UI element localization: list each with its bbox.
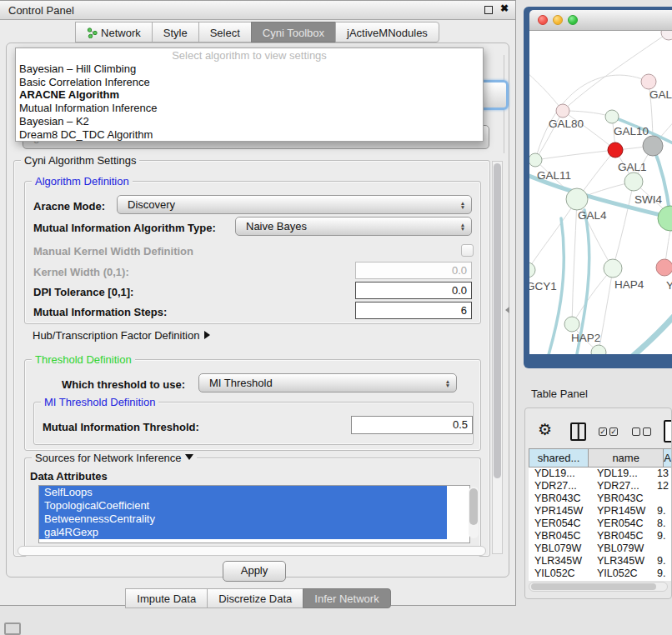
settings-vertical-scrollbar[interactable] — [492, 161, 503, 554]
table-row[interactable]: YDR27... YDR27... 12 — [529, 480, 672, 492]
network-node[interactable] — [604, 259, 622, 278]
float-panel-icon[interactable] — [4, 622, 21, 635]
mi-steps-input[interactable]: 6 — [355, 302, 472, 319]
checked-boxes-icon[interactable]: ✓✓ — [599, 428, 618, 436]
tab[interactable]: Network — [75, 22, 153, 42]
network-view-window: GALGAL80GAL10GAL1GAL11SWI4GAL4GCY1HAP4YH… — [524, 7, 672, 368]
table-column-header[interactable]: shared... — [529, 449, 589, 467]
list-item[interactable]: gal4RGexp — [39, 526, 447, 539]
expander-expanded-icon[interactable] — [185, 454, 193, 460]
network-edge[interactable] — [572, 199, 577, 324]
mi-threshold-legend: MI Threshold Definition — [41, 396, 158, 408]
network-edge-thick[interactable] — [604, 306, 672, 354]
network-node[interactable] — [643, 136, 663, 156]
close-light-icon[interactable] — [538, 15, 548, 25]
mi-steps-label: Mutual Information Steps: — [33, 306, 167, 318]
table-header-row: shared... name A — [529, 448, 672, 468]
network-node[interactable] — [566, 188, 588, 210]
control-panel-tabs: Network Style — [0, 22, 515, 42]
unchecked-boxes-icon[interactable] — [632, 428, 651, 436]
threshold-definition-legend: Threshold Definition — [32, 353, 135, 366]
network-window-titlebar[interactable] — [529, 10, 672, 31]
column-layout-icon[interactable] — [570, 422, 586, 441]
data-attributes-list[interactable]: SelfLoops TopologicalCoefficient Between… — [38, 485, 470, 543]
network-node[interactable] — [564, 317, 579, 332]
aracne-mode-combo[interactable]: Discovery ▲▼ — [117, 195, 472, 214]
dropdown-item[interactable]: Mutual Information Inference — [16, 102, 483, 115]
network-node[interactable] — [605, 110, 619, 123]
dpi-tolerance-input[interactable]: 0.0 — [355, 282, 472, 299]
network-node[interactable] — [556, 104, 569, 118]
table-horizontal-scrollbar[interactable] — [529, 582, 668, 592]
tab[interactable]: Style — [152, 22, 199, 42]
table-row[interactable]: YER054C YER054C 8. — [529, 518, 672, 530]
kernel-width-label: Kernel Width (0,1): — [33, 266, 129, 278]
table-row[interactable]: YLR345W YLR345W 9. — [529, 555, 672, 568]
dropdown-item[interactable]: ARACNE Algorithm — [16, 88, 483, 102]
dropdown-item[interactable]: Bayesian – Hill Climbing — [16, 62, 483, 76]
table-row[interactable]: YBR043C YBR043C — [529, 492, 672, 505]
settings-horizontal-scrollbar[interactable] — [18, 546, 486, 556]
list-item[interactable]: BetweennessCentrality — [39, 512, 447, 526]
which-threshold-combo[interactable]: MI Threshold ▲▼ — [198, 373, 457, 392]
network-node[interactable] — [624, 172, 643, 191]
kernel-width-input[interactable]: 0.0 — [355, 262, 472, 279]
list-vertical-scrollbar[interactable] — [469, 487, 479, 538]
cyni-settings-legend: Cyni Algorithm Settings — [21, 154, 139, 167]
network-edge[interactable] — [572, 268, 613, 324]
zoom-light-icon[interactable] — [568, 15, 578, 25]
dropdown-item[interactable]: Dream8 DC_TDC Algorithm — [16, 128, 483, 142]
gear-icon[interactable]: ⚙ — [538, 422, 552, 438]
table-column-header[interactable]: name — [589, 449, 664, 467]
aracne-mode-value: Discovery — [118, 198, 456, 211]
minimize-light-icon[interactable] — [553, 15, 563, 25]
network-node[interactable] — [529, 153, 542, 167]
mi-threshold-label: Mutual Information Threshold: — [43, 421, 199, 433]
table-column-header[interactable]: A — [664, 449, 672, 467]
network-edge[interactable] — [529, 199, 577, 270]
network-node[interactable] — [658, 206, 672, 231]
dropdown-item[interactable]: Bayesian – K2 — [16, 115, 483, 128]
tab[interactable]: Select — [198, 22, 252, 42]
file-icon[interactable] — [664, 420, 672, 442]
dropdown-item[interactable]: Basic Correlation Inference — [16, 76, 483, 89]
network-node[interactable] — [656, 259, 672, 276]
manual-kernel-checkbox[interactable] — [461, 244, 474, 257]
network-canvas[interactable]: GALGAL80GAL10GAL1GAL11SWI4GAL4GCY1HAP4YH… — [529, 31, 672, 354]
network-node-label: GAL11 — [537, 169, 571, 182]
bottom-tab[interactable]: Infer Network — [303, 588, 390, 608]
split-pane-collapse-handle[interactable] — [505, 307, 509, 313]
network-edge[interactable] — [599, 268, 613, 352]
table-row[interactable]: YIL052C YIL052C 9. — [529, 568, 672, 580]
bottom-tab[interactable]: Discretize Data — [207, 588, 303, 608]
network-icon — [87, 28, 98, 38]
network-edge[interactable] — [613, 182, 634, 268]
network-node-label: GAL80 — [549, 118, 584, 130]
apply-button[interactable]: Apply — [223, 561, 286, 582]
list-item[interactable]: SelfLoops — [39, 486, 447, 499]
list-item[interactable]: TopologicalCoefficient — [39, 499, 447, 512]
table-row[interactable]: YDL19... YDL19... 13 — [529, 468, 672, 480]
tab[interactable]: Cyni Toolbox — [251, 22, 336, 42]
network-node[interactable] — [591, 345, 606, 354]
table-row[interactable]: YBL079W YBL079W — [529, 542, 672, 555]
table-row[interactable]: YPR145W YPR145W 9. — [529, 505, 672, 518]
network-node[interactable] — [608, 142, 623, 158]
mi-threshold-input[interactable]: 0.5 — [351, 416, 473, 434]
hub-factor-expander[interactable]: Hub/Transcription Factor Definition — [33, 329, 210, 342]
table-body: YDL19... YDL19... 13 YDR27... YDR27... 1… — [529, 468, 672, 581]
mi-type-combo[interactable]: Naive Bayes ▲▼ — [235, 217, 472, 236]
network-node[interactable] — [529, 262, 535, 278]
network-node[interactable] — [661, 31, 672, 40]
control-panel-title: Control Panel — [8, 4, 74, 17]
close-icon[interactable]: ✖ — [500, 2, 509, 14]
algorithm-definition-legend: Algorithm Definition — [32, 175, 133, 188]
network-edge[interactable] — [535, 150, 615, 160]
network-node[interactable] — [641, 74, 656, 89]
table-row[interactable]: YBR045C YBR045C 9. — [529, 530, 672, 542]
network-edge[interactable] — [529, 68, 563, 111]
bottom-tab[interactable]: Impute Data — [125, 588, 208, 608]
threshold-definition-group: Threshold Definition Which threshold to … — [24, 359, 481, 451]
tab[interactable]: jActiveMNodules — [335, 22, 439, 42]
float-window-icon[interactable] — [484, 6, 493, 14]
